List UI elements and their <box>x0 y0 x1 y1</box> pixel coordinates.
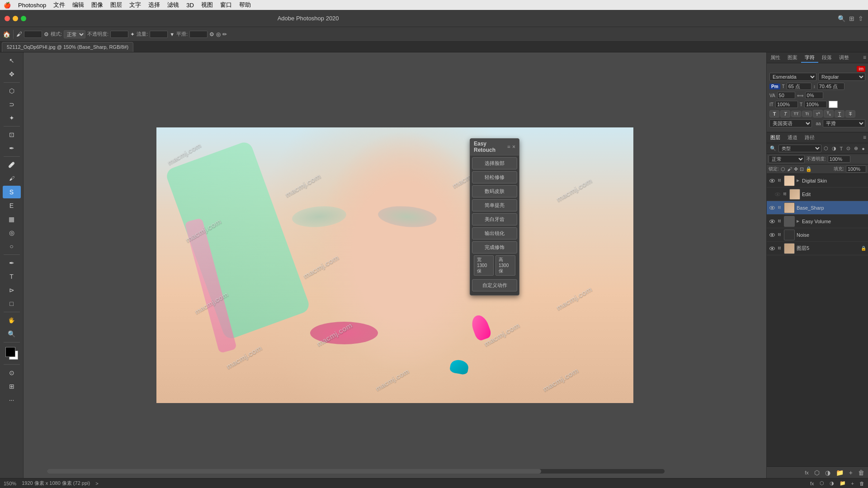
er-whiten-teeth-btn[interactable]: 美白牙齿 <box>472 213 517 225</box>
leading-input[interactable] <box>817 83 844 90</box>
folder-status-btn[interactable]: 📁 <box>840 480 846 486</box>
smart-filter-icon[interactable]: ⊕ <box>853 145 859 152</box>
kerning-input[interactable] <box>777 92 795 99</box>
foreground-color-swatch[interactable] <box>5 347 15 357</box>
canvas-area[interactable]: macmj.com macmj.com macmj.com macmj.com … <box>24 52 766 478</box>
strikethrough-btn[interactable]: T <box>845 110 855 117</box>
layer-item-5[interactable]: ⛓ 图层5 🔒 <box>767 242 868 255</box>
fx-btn[interactable]: fx <box>810 481 814 486</box>
layer-vis-digital-skin[interactable] <box>769 177 776 184</box>
smooth-input[interactable]: 0% <box>189 31 208 38</box>
layer-adjustment-btn[interactable]: ◑ <box>823 468 832 477</box>
menu-view[interactable]: 视图 <box>201 1 213 9</box>
er-height-btn[interactable]: 高1300保 <box>495 255 515 276</box>
channel-status-btn[interactable]: ◑ <box>830 480 834 486</box>
opacity-value-input[interactable] <box>828 155 850 163</box>
magic-wand-tool[interactable]: ✦ <box>3 112 21 124</box>
panel-tab-patterns[interactable]: 图案 <box>784 52 801 63</box>
brush-tool[interactable]: 🖌 <box>3 172 21 185</box>
minimize-window-button[interactable] <box>13 16 18 21</box>
layer-mask-status-btn[interactable]: ⬡ <box>820 480 824 486</box>
layers-tab-layers[interactable]: 图层 <box>767 132 784 143</box>
menu-edit[interactable]: 编辑 <box>72 1 84 9</box>
brush-options-icon[interactable]: ⚙ <box>44 31 49 38</box>
screen-mode-tool[interactable]: ⊞ <box>3 380 21 393</box>
layer-vis-noise[interactable] <box>769 231 776 239</box>
scale-h-input[interactable] <box>804 101 827 108</box>
layer-item-base-sharp[interactable]: ⛓ Base_Sharp <box>767 201 868 215</box>
move-tool[interactable]: ↖ <box>3 54 21 67</box>
crop-tool[interactable]: ⊡ <box>3 128 21 141</box>
layer-vis-easy-volume[interactable] <box>769 218 776 225</box>
delete-status-btn[interactable]: 🗑 <box>859 481 864 486</box>
text-filter-icon[interactable]: T <box>839 145 844 152</box>
menu-file[interactable]: 文件 <box>53 1 65 9</box>
zoom-tool[interactable]: 🔍 <box>3 328 21 340</box>
er-finish-btn[interactable]: 完成修饰 <box>472 241 517 253</box>
lock-artboard-icon[interactable]: ⊡ <box>800 166 804 172</box>
opacity-input[interactable]: 15% <box>110 31 128 38</box>
brush-size-input[interactable]: 300 <box>24 31 42 38</box>
layer-fx-btn[interactable]: fx <box>803 469 811 476</box>
gradient-tool[interactable]: ▦ <box>3 213 21 225</box>
layers-tab-paths[interactable]: 路径 <box>801 132 818 143</box>
status-arrow[interactable]: > <box>95 481 98 486</box>
layer-new-btn[interactable]: + <box>847 468 854 477</box>
lock-image-icon[interactable]: 🖌 <box>787 166 792 172</box>
layer-delete-btn[interactable]: 🗑 <box>856 468 866 477</box>
text-tool[interactable]: T <box>3 270 21 283</box>
lock-position-icon[interactable]: ✥ <box>794 166 798 172</box>
color-picker[interactable] <box>829 101 838 108</box>
er-easy-retouch-btn[interactable]: 轻松修修 <box>472 171 517 183</box>
anti-alias-select[interactable]: 平滑 <box>823 119 865 127</box>
menu-text[interactable]: 文字 <box>129 1 141 9</box>
language-select[interactable]: 美国英语 <box>769 119 812 127</box>
brush-icon[interactable]: 🖌 <box>16 31 22 38</box>
easy-retouch-collapse-btn[interactable]: = <box>507 144 510 150</box>
lock-transparent-icon[interactable]: ⬡ <box>781 166 785 172</box>
font-name-select[interactable]: Esmeralda <box>769 73 816 81</box>
smooth-options-icon[interactable]: ⚙ <box>209 31 214 38</box>
search-icon[interactable]: 🔍 <box>838 15 845 22</box>
panel-tab-paragraph[interactable]: 段落 <box>818 52 835 63</box>
scale-v-input[interactable] <box>775 101 798 108</box>
er-custom-action-btn[interactable]: 自定义动作 <box>472 279 517 291</box>
er-width-btn[interactable]: 宽1300保 <box>474 255 494 276</box>
menu-photoshop[interactable]: Photoshop <box>18 2 46 9</box>
er-select-face-btn[interactable]: 选择脸部 <box>472 157 517 169</box>
layer-item-easy-volume[interactable]: ⛓ ▶ Easy Volume <box>767 215 868 228</box>
layer-vis-5[interactable] <box>769 245 776 252</box>
arrange-icon[interactable]: ⊞ <box>849 15 854 22</box>
layer-folder-btn[interactable]: 📁 <box>834 468 845 477</box>
fill-value-input[interactable] <box>846 165 866 173</box>
stamp-tool[interactable]: S <box>3 186 21 198</box>
eraser-tool[interactable]: E <box>3 199 21 212</box>
panel-tab-properties[interactable]: 属性 <box>767 52 784 63</box>
layer-mask-btn[interactable]: ⬡ <box>812 468 821 477</box>
easy-retouch-header[interactable]: Easy Retouch = × <box>470 139 519 155</box>
panel-menu-icon[interactable]: ≡ <box>861 52 868 63</box>
path-select-tool[interactable]: ⊳ <box>3 284 21 296</box>
hand-tool[interactable]: 🖐 <box>3 314 21 327</box>
stylus-icon[interactable]: ✏ <box>222 31 227 38</box>
blend-mode-select[interactable]: 正常 <box>769 155 805 163</box>
share-icon[interactable]: ⇧ <box>858 15 863 22</box>
selection-tool[interactable]: ⬡ <box>3 84 21 97</box>
smallcaps-btn[interactable]: Tt <box>802 111 812 117</box>
new-layer-status-btn[interactable]: + <box>851 481 854 486</box>
flow-input[interactable]: 15% <box>150 31 168 38</box>
horizontal-scrollbar[interactable] <box>47 469 665 474</box>
menu-select[interactable]: 选择 <box>148 1 160 9</box>
font-style-select[interactable]: Regular <box>818 73 865 81</box>
bold-btn[interactable]: T <box>769 110 779 117</box>
menu-help[interactable]: 帮助 <box>239 1 251 9</box>
pen-tool[interactable]: ✒ <box>3 257 21 269</box>
italic-btn[interactable]: T <box>780 110 790 117</box>
font-size-input[interactable] <box>787 83 811 90</box>
color-swatches[interactable] <box>4 346 20 362</box>
pressure-icon[interactable]: ◎ <box>216 31 221 38</box>
layers-tab-channels[interactable]: 通道 <box>784 132 801 143</box>
filter-toggle[interactable]: ● <box>860 145 866 152</box>
er-simple-brighten-btn[interactable]: 简单提亮 <box>472 199 517 211</box>
close-window-button[interactable] <box>5 16 10 21</box>
